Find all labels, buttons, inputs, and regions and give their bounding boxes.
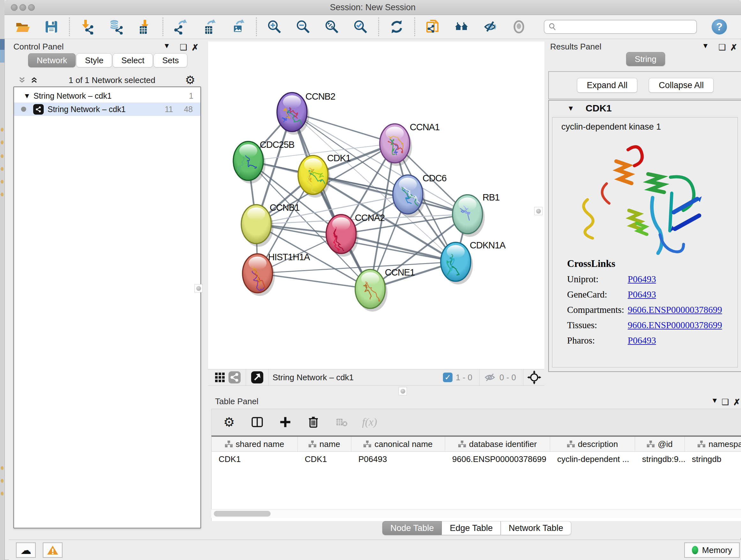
tab-sets[interactable]: Sets: [153, 53, 187, 67]
panel-menu-icon[interactable]: ▼: [165, 43, 169, 49]
duplicate-network-icon[interactable]: [424, 18, 441, 36]
entry-header[interactable]: ▼ CDK1: [549, 101, 741, 116]
node-CCNB2[interactable]: [277, 92, 309, 135]
float-panel-icon[interactable]: ❑: [718, 43, 726, 52]
delete-row-icon[interactable]: [305, 414, 322, 431]
export-network-icon[interactable]: [172, 18, 190, 36]
maximize-window-icon[interactable]: [28, 4, 35, 11]
cell[interactable]: P06493: [351, 452, 445, 466]
function-builder-icon[interactable]: f(x): [361, 414, 378, 431]
table-tabs: Node TableEdge TableNetwork Table: [208, 521, 741, 535]
show-columns-icon[interactable]: [249, 414, 266, 431]
node-RB1[interactable]: [453, 195, 485, 237]
collection-disclosure-icon[interactable]: ▼: [25, 92, 29, 99]
right-splitter-handle[interactable]: [534, 207, 542, 215]
network-canvas[interactable]: CCNB2CCNA1CDC25BCDK1CDC6RB1CCNB1CCNA2CDK…: [208, 42, 544, 369]
column-header-canonical-name[interactable]: canonical name: [351, 437, 445, 451]
cell[interactable]: 9606.ENSP00000378699: [445, 452, 550, 466]
zoom-in-icon[interactable]: [266, 18, 283, 36]
network-collection-row[interactable]: ▼ String Network – cdk1 1: [14, 89, 200, 103]
node-CDC6[interactable]: [393, 175, 425, 217]
tab-style[interactable]: Style: [76, 53, 112, 67]
tab-select[interactable]: Select: [113, 53, 153, 67]
expand-all-button[interactable]: Expand All: [577, 78, 637, 92]
expand-all-icon[interactable]: [29, 76, 39, 84]
close-panel-icon[interactable]: ✗: [192, 43, 199, 53]
export-table-icon[interactable]: [201, 18, 218, 36]
export-image-icon[interactable]: [230, 18, 247, 36]
network-options-gear-icon[interactable]: ⚙: [185, 74, 195, 86]
node-CCNA2[interactable]: [326, 214, 358, 257]
node-table[interactable]: shared namenamecanonical namedatabase id…: [211, 435, 741, 521]
horizontal-splitter-handle[interactable]: [399, 387, 407, 395]
refresh-icon[interactable]: [388, 18, 405, 36]
cloud-button[interactable]: ☁: [16, 543, 36, 558]
close-window-icon[interactable]: [11, 4, 17, 11]
search-input[interactable]: [557, 22, 686, 32]
cell[interactable]: CDK1: [298, 452, 351, 466]
tab-network[interactable]: Network: [28, 53, 76, 67]
zoom-fit-icon[interactable]: [323, 18, 340, 36]
import-database-icon[interactable]: [108, 18, 125, 36]
float-panel-icon[interactable]: ❑: [722, 397, 729, 407]
crosslink-link[interactable]: P06493: [628, 274, 656, 285]
import-network-icon[interactable]: [79, 18, 96, 36]
cell[interactable]: stringdb: [685, 452, 741, 466]
table-row[interactable]: CDK1CDK1P064939606.ENSP00000378699cyclin…: [212, 452, 741, 466]
zoom-selected-icon[interactable]: [352, 18, 369, 36]
warnings-button[interactable]: [43, 543, 63, 558]
cell[interactable]: stringdb:9...: [635, 452, 685, 466]
column-header-name[interactable]: name: [298, 437, 351, 451]
cell[interactable]: CDK1: [212, 452, 298, 466]
collapse-all-icon[interactable]: [17, 76, 27, 84]
clear-table-icon[interactable]: [333, 414, 350, 431]
zoom-out-icon[interactable]: [294, 18, 312, 36]
minimize-window-icon[interactable]: [19, 4, 26, 11]
collapse-all-button[interactable]: Collapse All: [649, 78, 714, 92]
column-header-description[interactable]: description: [550, 437, 635, 451]
open-session-icon[interactable]: [14, 18, 31, 36]
column-header-database-identifier[interactable]: database identifier: [445, 437, 550, 451]
close-panel-icon[interactable]: ✗: [733, 397, 740, 408]
save-session-icon[interactable]: [43, 18, 60, 36]
network-thumbnail-icon[interactable]: [227, 369, 242, 386]
search-box[interactable]: [544, 20, 697, 34]
cell[interactable]: cyclin-dependent ...: [550, 452, 635, 466]
node-CDK1[interactable]: [298, 155, 330, 198]
node-CCNE1[interactable]: [355, 269, 387, 312]
help-button[interactable]: ?: [712, 19, 727, 35]
crosslink-link[interactable]: 9606.ENSP00000378699: [628, 305, 722, 315]
float-panel-icon[interactable]: ❑: [180, 43, 187, 52]
panel-menu-icon[interactable]: ▼: [713, 397, 717, 403]
hide-eye-icon[interactable]: [482, 18, 499, 36]
close-panel-icon[interactable]: ✗: [730, 43, 738, 53]
network-row[interactable]: String Network – cdk1 11 48: [14, 103, 200, 116]
tab-node-table[interactable]: Node Table: [382, 521, 442, 535]
import-table-icon[interactable]: [136, 18, 153, 36]
tab-network-table[interactable]: Network Table: [501, 521, 571, 535]
panel-menu-icon[interactable]: ▼: [703, 43, 708, 49]
left-splitter-handle[interactable]: [194, 284, 203, 293]
memory-button[interactable]: Memory: [684, 543, 740, 558]
table-hscrollbar[interactable]: [211, 509, 741, 518]
tab-edge-table[interactable]: Edge Table: [442, 521, 501, 535]
entry-disclosure-icon[interactable]: ▼: [569, 105, 573, 111]
crosslink-link[interactable]: 9606.ENSP00000378699: [628, 320, 722, 330]
homes-icon[interactable]: [453, 18, 470, 36]
crosslink-link[interactable]: P06493: [628, 335, 656, 346]
node-CDKN1A[interactable]: [441, 242, 473, 285]
column-header-shared-name[interactable]: shared name: [212, 437, 298, 451]
detach-view-icon[interactable]: [250, 369, 265, 386]
column-header-@id[interactable]: @id: [635, 437, 685, 451]
grid-view-icon[interactable]: [212, 369, 227, 386]
scrollbar-thumb[interactable]: [214, 511, 271, 516]
preview-eye-icon[interactable]: [510, 18, 528, 36]
node-CCNB1[interactable]: [241, 205, 273, 247]
tab-string[interactable]: String: [626, 52, 665, 66]
birds-eye-icon[interactable]: [527, 370, 541, 384]
add-row-icon[interactable]: [277, 414, 294, 431]
selected-checkbox-icon[interactable]: ✓: [443, 373, 453, 382]
column-header-namespace[interactable]: namespace: [685, 437, 741, 451]
table-settings-icon[interactable]: ⚙: [220, 414, 238, 431]
crosslink-link[interactable]: P06493: [628, 289, 656, 300]
